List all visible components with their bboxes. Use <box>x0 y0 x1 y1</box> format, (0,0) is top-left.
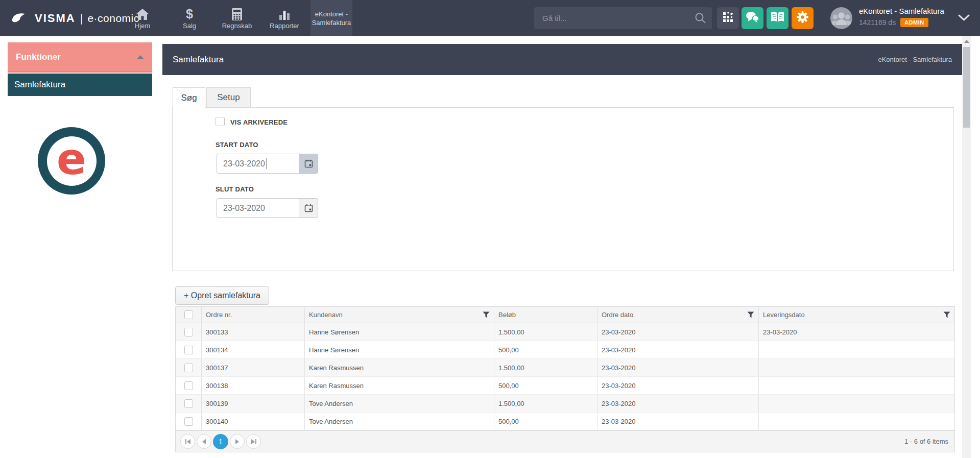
row-checkbox[interactable] <box>184 346 193 354</box>
chevron-down-icon[interactable] <box>958 14 970 23</box>
user-avatar[interactable] <box>830 7 852 29</box>
cell-leveringsdato <box>759 341 954 358</box>
start-dato-calendar-button[interactable] <box>299 154 318 174</box>
opret-samlefaktura-label: + Opret samlefaktura <box>184 291 260 300</box>
scrollbar-up-arrow[interactable] <box>964 40 969 43</box>
table-row[interactable]: 300134 Hanne Sørensen 500,00 23-03-2020 <box>176 341 954 359</box>
cell-belob: 500,00 <box>494 341 597 358</box>
filter-icon[interactable] <box>747 311 754 320</box>
nav-item-ekontoret-samlefaktura-active[interactable]: eKontoret - Samlefaktura <box>310 0 352 36</box>
pager-last-button[interactable] <box>246 434 261 449</box>
nav-item-regnskab[interactable]: Regnskab <box>214 0 259 36</box>
sidebar-section-label: Funktioner <box>16 52 61 62</box>
calendar-icon <box>304 204 313 212</box>
cell-belob: 1.500,00 <box>494 323 597 341</box>
column-label: Ordre dato <box>602 311 633 319</box>
cell-ordre-dato: 23-03-2020 <box>597 395 759 412</box>
slut-dato-calendar-button[interactable] <box>299 198 318 218</box>
nav-label: Salg <box>183 22 196 30</box>
cell-belob: 1.500,00 <box>494 359 597 376</box>
row-select-cell <box>176 359 202 376</box>
column-header-ordre-dato[interactable]: Ordre dato <box>597 307 759 323</box>
pager-page-1[interactable]: 1 <box>213 434 228 449</box>
start-dato-group <box>217 154 318 174</box>
nav-item-salg[interactable]: $ Salg <box>167 0 212 36</box>
economic-logo: e <box>38 127 105 195</box>
pager-next-button[interactable] <box>230 434 245 449</box>
visma-swoosh-icon <box>11 12 30 25</box>
slut-dato-label: SLUT DATO <box>216 185 254 193</box>
calendar-icon <box>304 159 313 168</box>
nav-label: Regnskab <box>222 22 252 30</box>
page-scrollbar[interactable] <box>962 36 971 458</box>
start-dato-label: START DATO <box>216 141 258 149</box>
nav-item-hjem[interactable]: Hjem <box>120 0 165 36</box>
slut-dato-input[interactable] <box>217 198 299 218</box>
help-book-button[interactable] <box>767 7 788 29</box>
cell-ordre-nr: 300134 <box>202 341 305 358</box>
tab-setup[interactable]: Setup <box>206 87 251 107</box>
vis-arkiverede-checkbox[interactable] <box>216 117 225 126</box>
pager-first-button[interactable] <box>180 434 195 449</box>
cell-kundenavn: Karen Rasmussen <box>305 359 494 376</box>
page: VISMA | e·conomic Hjem $ Salg Regnskab R… <box>0 0 980 458</box>
row-checkbox[interactable] <box>184 417 193 426</box>
column-header-belob[interactable]: Beløb <box>494 307 597 323</box>
select-all-checkbox[interactable] <box>184 310 193 319</box>
row-checkbox[interactable] <box>184 364 193 372</box>
column-header-leveringsdato[interactable]: Leveringsdato <box>759 307 954 323</box>
apps-grid-icon <box>722 11 734 25</box>
cell-leveringsdato: 23-03-2020 <box>759 323 954 341</box>
last-page-icon <box>255 439 256 444</box>
chat-button[interactable] <box>742 7 763 29</box>
user-menu[interactable]: eKontoret - Samlefaktura 1421169 ds ADMI… <box>859 7 944 27</box>
active-nav-line2: Samlefaktura <box>312 18 351 27</box>
nav-item-rapporter[interactable]: Rapporter <box>262 0 307 36</box>
prev-page-icon <box>202 439 206 444</box>
table-row[interactable]: 300133 Hanne Sørensen 1.500,00 23-03-202… <box>176 323 954 341</box>
page-header: Samlefaktura eKontoret - Samlefaktura <box>162 44 962 75</box>
open-book-icon <box>771 12 784 25</box>
slut-dato-group <box>217 198 318 218</box>
home-icon <box>136 7 149 20</box>
search-icon[interactable] <box>695 12 706 26</box>
row-select-cell <box>176 341 202 358</box>
admin-badge: ADMIN <box>900 18 928 27</box>
sidebar-section-funktioner[interactable]: Funktioner <box>8 42 152 73</box>
cell-ordre-dato: 23-03-2020 <box>597 323 759 341</box>
apps-grid-button[interactable] <box>717 7 739 29</box>
cell-ordre-nr: 300133 <box>202 323 305 341</box>
filter-icon[interactable] <box>483 311 490 320</box>
scrollbar-thumb[interactable] <box>963 47 970 128</box>
column-header-ordre-nr[interactable]: Ordre nr. <box>202 307 305 323</box>
table-header: Ordre nr. Kundenavn Beløb Ordre dato Lev… <box>176 307 954 323</box>
row-checkbox[interactable] <box>184 328 193 336</box>
orders-table: Ordre nr. Kundenavn Beløb Ordre dato Lev… <box>175 306 955 452</box>
people-icon <box>830 7 852 29</box>
cell-leveringsdato <box>759 377 954 394</box>
start-dato-input[interactable] <box>217 154 299 174</box>
search-input[interactable] <box>534 7 696 29</box>
filter-icon[interactable] <box>943 311 950 320</box>
table-pager: 1 1 - 6 of 6 items <box>176 430 954 452</box>
table-row[interactable]: 300138 Karen Rasmussen 500,00 23-03-2020 <box>176 377 954 395</box>
row-select-cell <box>176 395 202 412</box>
settings-button[interactable] <box>792 7 814 29</box>
row-select-cell <box>176 323 202 341</box>
breadcrumb: eKontoret - Samlefaktura <box>878 56 952 63</box>
table-row[interactable]: 300137 Karen Rasmussen 1.500,00 23-03-20… <box>176 359 954 377</box>
pager-prev-button[interactable] <box>197 434 211 449</box>
column-header-kundenavn[interactable]: Kundenavn <box>305 307 494 323</box>
table-row[interactable]: 300139 Tove Andersen 1.500,00 23-03-2020 <box>176 395 954 413</box>
nav-label: Rapporter <box>270 22 299 30</box>
sidebar-item-samlefaktura[interactable]: Samlefaktura <box>8 74 152 96</box>
cell-leveringsdato <box>759 413 954 430</box>
opret-samlefaktura-button[interactable]: + Opret samlefaktura <box>175 286 269 305</box>
table-row[interactable]: 300140 Tove Andersen 500,00 23-03-2020 <box>176 413 954 430</box>
row-checkbox[interactable] <box>184 399 193 408</box>
cell-belob: 500,00 <box>494 413 597 430</box>
user-id: 1421169 ds <box>859 18 896 27</box>
topbar: VISMA | e·conomic Hjem $ Salg Regnskab R… <box>0 0 980 36</box>
tab-sog[interactable]: Søg <box>173 87 205 108</box>
row-checkbox[interactable] <box>184 381 193 390</box>
